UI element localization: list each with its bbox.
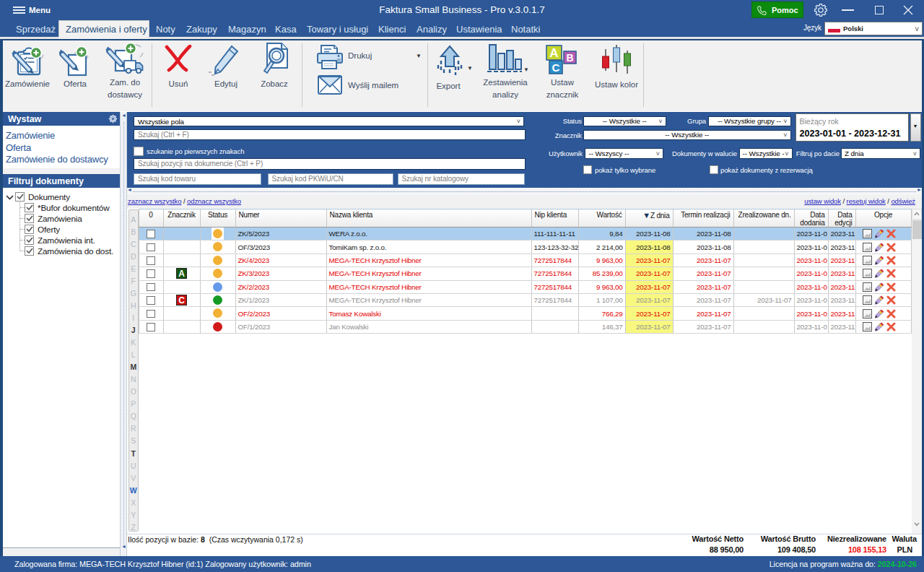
svg-text:B: B <box>566 52 573 64</box>
svg-text:A: A <box>549 46 558 60</box>
svg-text:C: C <box>552 61 560 74</box>
